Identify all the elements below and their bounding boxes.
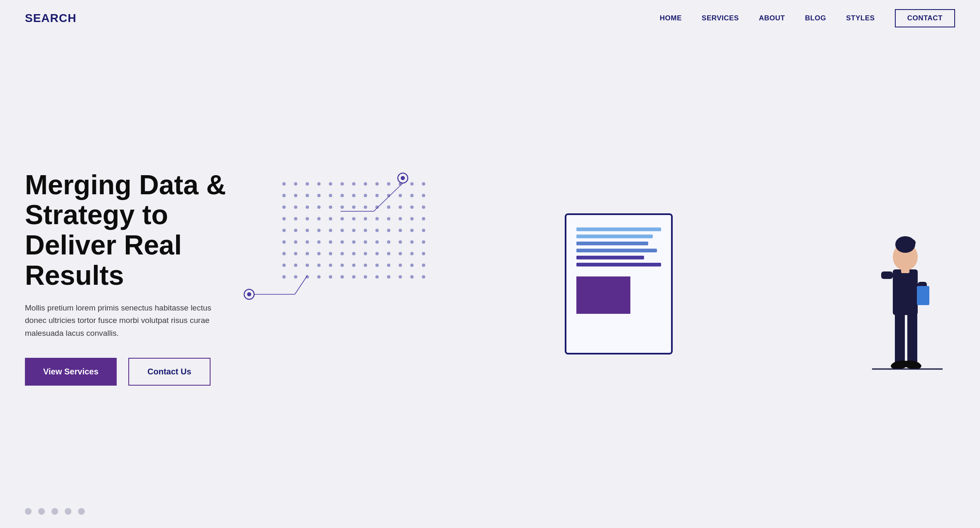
dot-decoration: [306, 205, 309, 209]
dot-decoration: [410, 275, 414, 279]
dot-decoration: [422, 194, 425, 197]
nav-home[interactable]: HOME: [660, 14, 682, 22]
navbar: SEARCH HOME SERVICES ABOUT BLOG STYLES C…: [0, 0, 980, 37]
dot-decoration: [317, 264, 321, 267]
dot-decoration: [422, 240, 425, 244]
dot-decoration: [306, 217, 309, 220]
dot-decoration: [341, 252, 344, 255]
dot-decoration: [352, 182, 355, 186]
dot-decoration: [329, 229, 332, 232]
hero-description: Mollis pretium lorem primis senectus hab…: [25, 302, 233, 340]
dot-decoration: [329, 194, 332, 197]
dot-decoration: [282, 264, 286, 267]
dot-decoration: [341, 229, 344, 232]
dot-decoration: [306, 182, 309, 186]
dot-decoration: [317, 217, 321, 220]
dot-decoration: [375, 217, 379, 220]
dot-decoration: [364, 275, 367, 279]
dot-decoration: [399, 229, 402, 232]
dot-decoration: [387, 182, 390, 186]
dot-decoration: [422, 264, 425, 267]
dot-decoration: [364, 240, 367, 244]
svg-point-18: [908, 239, 916, 247]
svg-rect-12: [893, 269, 918, 315]
dot-decoration: [317, 182, 321, 186]
dot-decoration: [341, 194, 344, 197]
dot-decoration: [329, 182, 332, 186]
dot-decoration: [294, 182, 297, 186]
dot-decoration: [387, 229, 390, 232]
dot-decoration: [352, 229, 355, 232]
dot-decoration: [294, 217, 297, 220]
dot-decoration: [422, 182, 425, 186]
dot-decoration: [329, 264, 332, 267]
dot-decoration: [410, 194, 414, 197]
svg-rect-15: [917, 286, 929, 305]
dot-decoration: [399, 252, 402, 255]
dot-decoration: [422, 217, 425, 220]
woman-figure: [864, 203, 947, 386]
page-dot-4[interactable]: [65, 508, 71, 515]
nav-links: HOME SERVICES ABOUT BLOG STYLES CONTACT: [660, 9, 955, 27]
dot-decoration: [282, 229, 286, 232]
dot-decoration: [317, 252, 321, 255]
doc-line-6: [576, 263, 661, 266]
dot-decoration: [410, 252, 414, 255]
doc-line-4: [576, 249, 657, 252]
dot-decoration: [410, 205, 414, 209]
document-illustration: [565, 213, 673, 354]
dot-decoration: [375, 275, 379, 279]
dot-decoration: [341, 264, 344, 267]
svg-rect-19: [901, 267, 909, 273]
nav-styles[interactable]: STYLES: [846, 14, 875, 22]
dot-decoration: [399, 205, 402, 209]
dot-decoration: [294, 252, 297, 255]
dot-decoration: [282, 205, 286, 209]
contact-us-button[interactable]: Contact Us: [128, 358, 211, 386]
site-logo[interactable]: SEARCH: [25, 12, 76, 25]
nav-services[interactable]: SERVICES: [702, 14, 739, 22]
document-box: [576, 276, 630, 314]
contact-button[interactable]: CONTACT: [895, 9, 955, 27]
page-dot-1[interactable]: [25, 508, 32, 515]
doc-line-3: [576, 242, 648, 245]
dot-decoration: [341, 217, 344, 220]
dot-decoration: [306, 229, 309, 232]
dot-decoration: [375, 229, 379, 232]
dot-decoration: [294, 229, 297, 232]
dot-decoration: [329, 205, 332, 209]
dot-decoration: [364, 264, 367, 267]
dot-decoration: [317, 194, 321, 197]
page-dot-2[interactable]: [38, 508, 45, 515]
dot-decoration: [364, 194, 367, 197]
dot-decoration: [387, 264, 390, 267]
dot-decoration: [282, 275, 286, 279]
dot-decoration: [329, 217, 332, 220]
dot-decoration: [329, 240, 332, 244]
dot-decoration: [341, 182, 344, 186]
page-dot-5[interactable]: [78, 508, 85, 515]
dot-decoration: [294, 275, 297, 279]
dot-decoration: [341, 240, 344, 244]
dot-decoration: [410, 217, 414, 220]
dot-decoration: [422, 252, 425, 255]
dot-decoration: [399, 217, 402, 220]
dot-decoration: [399, 264, 402, 267]
svg-point-0: [398, 173, 408, 183]
dot-decoration: [306, 240, 309, 244]
dot-decoration: [329, 275, 332, 279]
dot-decoration: [352, 275, 355, 279]
view-services-button[interactable]: View Services: [25, 358, 117, 386]
nav-blog[interactable]: BLOG: [805, 14, 826, 22]
dot-decoration: [294, 194, 297, 197]
dot-decoration: [294, 240, 297, 244]
dot-decoration: [364, 205, 367, 209]
page-dot-3[interactable]: [51, 508, 58, 515]
nav-about[interactable]: ABOUT: [759, 14, 785, 22]
dot-decoration: [306, 252, 309, 255]
dot-decoration: [410, 229, 414, 232]
dot-decoration: [387, 240, 390, 244]
dot-decoration: [399, 240, 402, 244]
dot-decoration: [422, 205, 425, 209]
dot-decoration: [410, 182, 414, 186]
